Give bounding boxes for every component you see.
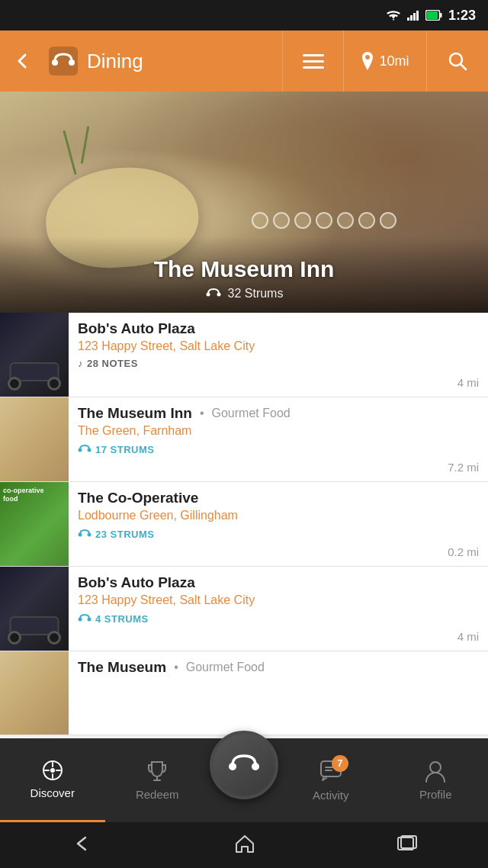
svg-point-24 bbox=[430, 762, 441, 773]
svg-rect-2 bbox=[413, 13, 416, 21]
tab-activity[interactable]: 7 Activity bbox=[278, 738, 384, 822]
hero-strums-icon bbox=[205, 285, 222, 302]
center-home-button[interactable] bbox=[210, 731, 278, 799]
venue-meta: 17 STRUMS bbox=[78, 442, 479, 456]
hamburger-line bbox=[303, 60, 324, 63]
signal-icon bbox=[407, 10, 419, 21]
list-item[interactable]: Bob's Auto Plaza 123 Happy Street, Salt … bbox=[0, 313, 488, 397]
title-row: Bob's Auto Plaza bbox=[78, 574, 479, 591]
venue-thumbnail bbox=[0, 651, 69, 735]
android-home-button[interactable] bbox=[234, 834, 255, 857]
svg-point-16 bbox=[88, 533, 92, 537]
svg-point-9 bbox=[69, 59, 75, 66]
svg-rect-6 bbox=[427, 11, 438, 19]
hero-section: The Museum Inn 32 Strums bbox=[0, 92, 488, 313]
trophy-icon bbox=[146, 760, 168, 783]
venue-name: The Museum bbox=[78, 659, 166, 676]
venue-name: Bob's Auto Plaza bbox=[78, 320, 195, 337]
back-arrow-icon bbox=[70, 834, 93, 853]
svg-rect-5 bbox=[440, 13, 442, 18]
venue-meta: 4 STRUMS bbox=[78, 612, 479, 625]
title-row: Bob's Auto Plaza bbox=[78, 320, 479, 337]
venue-name: The Museum Inn bbox=[78, 405, 192, 422]
venue-thumbnail bbox=[0, 567, 69, 651]
battery-icon bbox=[425, 10, 442, 21]
svg-point-18 bbox=[88, 618, 92, 622]
location-label: 10mi bbox=[379, 53, 409, 69]
svg-point-15 bbox=[79, 533, 82, 537]
venue-content: The Museum Inn • Gourmet Food The Green,… bbox=[69, 397, 488, 481]
address-text: 123 Happy Street, Salt Lake City bbox=[78, 339, 479, 353]
svg-rect-0 bbox=[407, 18, 409, 21]
svg-point-21 bbox=[229, 763, 236, 770]
svg-point-8 bbox=[52, 59, 58, 66]
list-item[interactable]: The Museum • Gourmet Food bbox=[0, 651, 488, 735]
list-item[interactable]: Bob's Auto Plaza 123 Happy Street, Salt … bbox=[0, 567, 488, 651]
android-back-button[interactable] bbox=[70, 834, 93, 856]
strums-count: 17 STRUMS bbox=[78, 442, 154, 456]
search-button[interactable] bbox=[427, 31, 488, 92]
location-pin-icon bbox=[361, 52, 374, 70]
home-icon bbox=[234, 834, 255, 854]
venue-name: Bob's Auto Plaza bbox=[78, 574, 195, 591]
svg-point-20 bbox=[50, 768, 55, 773]
strums-count: 4 STRUMS bbox=[78, 612, 149, 625]
android-recent-button[interactable] bbox=[396, 834, 418, 856]
person-icon bbox=[425, 760, 445, 783]
address-text: 123 Happy Street, Salt Lake City bbox=[78, 593, 479, 607]
tab-profile-label: Profile bbox=[419, 788, 452, 801]
venue-content: The Co-Operative Lodbourne Green, Gillin… bbox=[69, 482, 488, 566]
category-label: Gourmet Food bbox=[212, 407, 291, 420]
separator-dot: • bbox=[200, 407, 204, 420]
distance-label: 7.2 mi bbox=[448, 461, 479, 474]
title-row: The Co-Operative bbox=[78, 490, 479, 506]
venue-content: Bob's Auto Plaza 123 Happy Street, Salt … bbox=[69, 313, 488, 397]
page-title: Dining bbox=[87, 50, 143, 73]
activity-badge: 7 bbox=[332, 755, 348, 772]
svg-point-11 bbox=[206, 293, 210, 297]
svg-rect-1 bbox=[410, 15, 413, 21]
status-bar: 1:23 bbox=[0, 0, 488, 31]
address-text: Lodbourne Green, Gillingham bbox=[78, 509, 479, 522]
tab-discover-label: Discover bbox=[30, 786, 75, 799]
compass-icon bbox=[41, 759, 64, 782]
menu-button[interactable] bbox=[282, 31, 343, 92]
svg-point-17 bbox=[79, 618, 82, 622]
venue-meta: ♪ 28 NOTES bbox=[78, 358, 479, 369]
venue-meta: 23 STRUMS bbox=[78, 527, 479, 541]
venue-thumbnail bbox=[0, 313, 69, 397]
app-logo-area: Dining bbox=[46, 47, 282, 76]
android-system-bar bbox=[0, 822, 488, 868]
notes-count: ♪ 28 NOTES bbox=[78, 358, 138, 369]
distance-label: 4 mi bbox=[458, 630, 479, 643]
svg-point-22 bbox=[252, 763, 259, 770]
category-label: Gourmet Food bbox=[186, 661, 265, 674]
title-row: The Museum Inn • Gourmet Food bbox=[78, 405, 479, 422]
tab-activity-label: Activity bbox=[313, 789, 349, 802]
search-icon bbox=[447, 50, 468, 72]
back-button[interactable] bbox=[0, 31, 46, 92]
distance-label: 0.2 mi bbox=[448, 545, 479, 558]
distance-label: 4 mi bbox=[458, 376, 479, 389]
strums-count: 23 STRUMS bbox=[78, 527, 154, 541]
top-nav: Dining 10mi bbox=[0, 31, 488, 92]
list-item[interactable]: The Museum Inn • Gourmet Food The Green,… bbox=[0, 397, 488, 482]
tab-redeem[interactable]: Redeem bbox=[105, 738, 210, 822]
venue-name: The Co-Operative bbox=[78, 490, 198, 506]
status-time: 1:23 bbox=[448, 8, 476, 24]
svg-point-13 bbox=[79, 448, 82, 452]
venue-thumbnail: co-operativefood bbox=[0, 482, 69, 566]
hero-strums-count: 32 Strums bbox=[228, 287, 284, 301]
location-button[interactable]: 10mi bbox=[343, 31, 427, 92]
venue-thumbnail bbox=[0, 397, 69, 481]
tab-profile[interactable]: Profile bbox=[384, 738, 489, 822]
hamburger-line bbox=[303, 66, 324, 69]
list-item[interactable]: co-operativefood The Co-Operative Lodbou… bbox=[0, 482, 488, 567]
tab-redeem-label: Redeem bbox=[136, 788, 179, 801]
wifi-icon bbox=[386, 10, 401, 21]
svg-point-14 bbox=[88, 448, 92, 452]
hero-info-overlay: The Museum Inn 32 Strums bbox=[0, 236, 488, 313]
tab-discover[interactable]: Discover bbox=[0, 738, 105, 822]
recent-icon bbox=[396, 834, 418, 853]
svg-point-12 bbox=[217, 293, 220, 297]
